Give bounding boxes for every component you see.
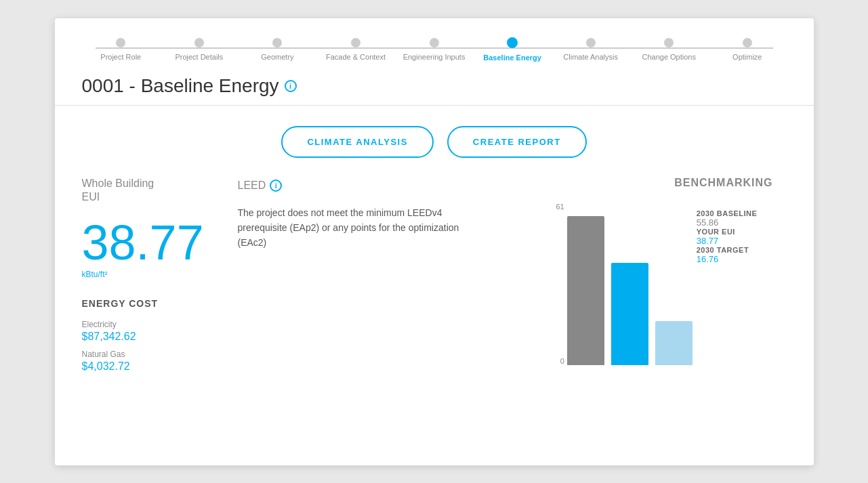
chart-wrapper: 61 0 2 bbox=[556, 203, 787, 365]
leed-info-icon[interactable]: i bbox=[270, 180, 282, 192]
stepper-dot-climate-analysis bbox=[586, 38, 596, 47]
stepper-label-climate-analysis: Climate Analysis bbox=[563, 53, 618, 61]
col-mid: LEED i The project does not meet the min… bbox=[238, 177, 536, 251]
col-right: BENCHMARKING 61 0 bbox=[556, 177, 787, 365]
stepper-dot-facade bbox=[351, 38, 360, 47]
stepper-label-change-options: Change Options bbox=[642, 53, 696, 61]
stepper-label-project-role: Project Role bbox=[100, 53, 141, 61]
main-card: Project Role Project Details Geometry Fa… bbox=[55, 18, 814, 465]
label-2030-target-value: 16.76 bbox=[697, 254, 758, 264]
leed-title: LEED i bbox=[238, 180, 536, 192]
leed-description: The project does not meet the minimum LE… bbox=[238, 205, 468, 251]
page-title: 0001 - Baseline Energy bbox=[82, 75, 279, 97]
natural-gas-value: $4,032.72 bbox=[82, 360, 218, 373]
label-2030-target: 2030 TARGET 16.76 bbox=[697, 246, 758, 264]
stepper-dot-change-options bbox=[664, 38, 674, 47]
stepper-label-geometry: Geometry bbox=[261, 53, 293, 61]
stepper-dot-project-role bbox=[116, 38, 125, 47]
stepper-label-facade: Facade & Context bbox=[326, 53, 386, 61]
label-your-eui-name: YOUR EUI bbox=[697, 228, 758, 236]
eui-value: 38.77 bbox=[82, 218, 218, 267]
stepper-label-project-details: Project Details bbox=[175, 53, 223, 61]
bar-col-target bbox=[655, 203, 693, 365]
stepper-item-project-details[interactable]: Project Details bbox=[160, 38, 239, 61]
stepper-item-project-role[interactable]: Project Role bbox=[82, 38, 161, 61]
axis-top: 61 bbox=[556, 203, 564, 211]
label-2030-target-name: 2030 TARGET bbox=[697, 246, 758, 254]
bars bbox=[567, 203, 693, 365]
climate-analysis-button[interactable]: CLIMATE ANALYSIS bbox=[281, 126, 433, 158]
stepper-item-climate-analysis[interactable]: Climate Analysis bbox=[552, 38, 630, 61]
electricity-value: $87,342.62 bbox=[82, 331, 218, 343]
natural-gas-cost-item: Natural Gas $4,032.72 bbox=[82, 350, 218, 373]
bar-col-baseline bbox=[567, 203, 604, 365]
label-your-eui: YOUR EUI 38.77 bbox=[697, 228, 758, 246]
natural-gas-label: Natural Gas bbox=[82, 350, 218, 359]
stepper-item-baseline-energy[interactable]: Baseline Energy bbox=[473, 37, 552, 62]
stepper-item-change-options[interactable]: Change Options bbox=[629, 38, 708, 61]
whole-building-eui-label: Whole Building EUI bbox=[82, 177, 218, 205]
label-2030-baseline-name: 2030 BASELINE bbox=[697, 209, 758, 217]
stepper-dot-project-details bbox=[194, 38, 204, 47]
stepper-label-engineering: Engineering Inputs bbox=[403, 53, 466, 61]
stepper-label-baseline-energy: Baseline Energy bbox=[483, 54, 541, 62]
stepper-dot-optimize bbox=[743, 38, 752, 47]
stepper-label-optimize: Optimize bbox=[732, 53, 762, 61]
content-area: Whole Building EUI 38.77 kBtu/ft² ENERGY… bbox=[55, 177, 814, 380]
stepper-item-geometry[interactable]: Geometry bbox=[239, 38, 317, 61]
label-your-eui-value: 38.77 bbox=[697, 236, 758, 246]
stepper-dots: Project Role Project Details Geometry Fa… bbox=[82, 37, 787, 62]
bar-2030-target bbox=[655, 321, 693, 365]
stepper-item-engineering[interactable]: Engineering Inputs bbox=[395, 38, 474, 61]
col-left: Whole Building EUI 38.77 kBtu/ft² ENERGY… bbox=[82, 177, 218, 380]
create-report-button[interactable]: CREATE REPORT bbox=[447, 126, 587, 158]
chart-labels: 2030 BASELINE 55.86 YOUR EUI 38.77 2030 … bbox=[693, 203, 758, 278]
benchmarking-title: BENCHMARKING bbox=[556, 177, 787, 189]
label-2030-baseline: 2030 BASELINE 55.86 bbox=[697, 209, 758, 228]
stepper-dot-engineering bbox=[430, 38, 439, 47]
action-buttons: CLIMATE ANALYSIS CREATE REPORT bbox=[55, 106, 814, 177]
stepper: Project Role Project Details Geometry Fa… bbox=[55, 18, 814, 62]
bar-col-eui bbox=[611, 203, 648, 365]
electricity-label: Electricity bbox=[82, 320, 218, 329]
energy-cost-title: ENERGY COST bbox=[82, 298, 218, 309]
stepper-item-facade[interactable]: Facade & Context bbox=[316, 38, 395, 61]
electricity-cost-item: Electricity $87,342.62 bbox=[82, 320, 218, 343]
axis-bottom: 0 bbox=[556, 357, 564, 365]
y-axis: 61 0 bbox=[556, 203, 567, 365]
page-header: 0001 - Baseline Energy i bbox=[55, 62, 814, 106]
info-icon[interactable]: i bbox=[285, 80, 297, 92]
bar-your-eui bbox=[611, 263, 648, 365]
label-2030-baseline-value: 55.86 bbox=[697, 217, 758, 228]
stepper-dot-baseline-energy bbox=[507, 37, 518, 48]
stepper-item-optimize[interactable]: Optimize bbox=[708, 38, 787, 61]
eui-unit: kBtu/ft² bbox=[82, 270, 218, 279]
stepper-dot-geometry bbox=[272, 38, 282, 47]
bar-2030-baseline bbox=[567, 216, 604, 365]
